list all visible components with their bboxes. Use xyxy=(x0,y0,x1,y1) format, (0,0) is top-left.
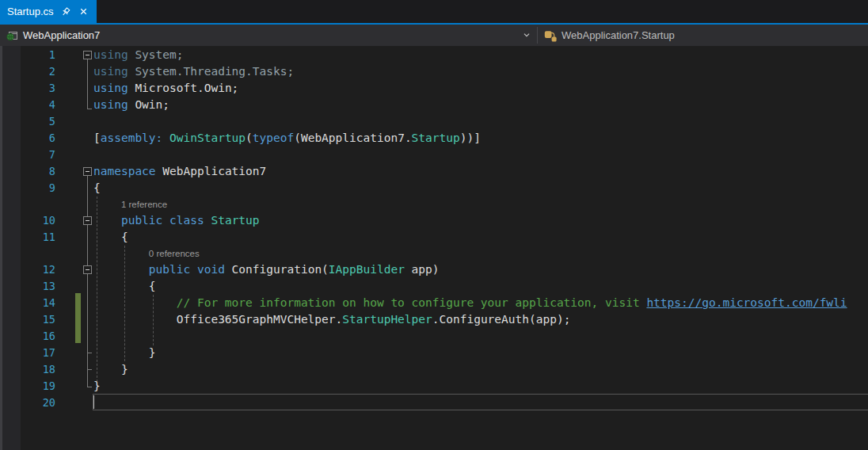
code-token xyxy=(190,263,197,276)
code-token: using xyxy=(93,82,135,94)
navigation-bar: WebApplication7 WebApplication7.Startup xyxy=(0,25,868,46)
code-token: OwinStartup xyxy=(169,132,246,144)
code-line[interactable]: 5 xyxy=(0,113,868,130)
code-token: { xyxy=(93,181,101,194)
code-token: Configuration( xyxy=(225,263,329,276)
code-text[interactable]: } xyxy=(93,378,101,395)
code-text[interactable]: [assembly: OwinStartup(typeof(WebApplica… xyxy=(93,130,481,147)
line-number: 10 xyxy=(0,212,55,229)
code-line[interactable]: 19} xyxy=(0,378,868,395)
line-number: 13 xyxy=(0,278,55,295)
code-line[interactable]: 14 // For more information on how to con… xyxy=(0,295,868,311)
code-line[interactable]: 1using System; xyxy=(0,47,868,63)
code-text[interactable]: Office365GraphMVCHelper.StartupHelper.Co… xyxy=(93,311,570,328)
line-number: 1 xyxy=(0,47,55,63)
codelens-references[interactable]: 0 references xyxy=(149,246,200,261)
code-token: Startup xyxy=(412,132,460,144)
code-token xyxy=(162,214,169,227)
code-token: namespace xyxy=(93,165,162,177)
code-line[interactable]: 4using Owin; xyxy=(0,97,868,113)
code-line[interactable]: 18 } xyxy=(0,361,868,378)
member-dropdown-label: WebApplication7.Startup xyxy=(562,29,675,41)
code-line[interactable]: 6[assembly: OwinStartup(typeof(WebApplic… xyxy=(0,130,868,147)
codelens-references[interactable]: 1 reference xyxy=(121,196,167,212)
code-line[interactable]: 3using Microsoft.Owin; xyxy=(0,80,868,97)
code-text[interactable]: { xyxy=(93,229,128,246)
code-token: void xyxy=(197,263,225,276)
code-token: ))] xyxy=(460,132,481,144)
code-token: { xyxy=(93,280,156,292)
code-text[interactable]: { xyxy=(93,278,156,295)
pin-icon[interactable] xyxy=(59,6,72,18)
code-text[interactable]: using Owin; xyxy=(93,97,169,113)
code-token: typeof xyxy=(253,132,294,144)
line-number: 12 xyxy=(0,261,55,278)
code-text[interactable]: using System; xyxy=(93,47,184,63)
code-editor[interactable]: 1using System;2using System.Threading.Ta… xyxy=(0,46,868,450)
code-token xyxy=(93,214,121,227)
code-token: using xyxy=(93,48,135,61)
line-number: 6 xyxy=(0,130,55,147)
line-number: 14 xyxy=(0,295,55,311)
code-line[interactable]: 10 public class Startup xyxy=(0,212,868,229)
code-line[interactable]: 9{ xyxy=(0,180,868,196)
member-dropdown[interactable]: WebApplication7.Startup xyxy=(538,25,868,46)
line-number: 16 xyxy=(0,328,55,345)
close-icon[interactable] xyxy=(78,6,90,18)
code-text[interactable]: using Microsoft.Owin; xyxy=(93,80,238,97)
code-text[interactable]: public class Startup xyxy=(93,212,260,229)
code-line[interactable]: 11 { xyxy=(0,229,868,246)
line-number: 15 xyxy=(0,311,55,328)
web-project-icon xyxy=(6,29,18,42)
code-token: using xyxy=(93,65,135,78)
code-token: (WebApplication7. xyxy=(294,132,411,144)
code-token: Owin; xyxy=(135,98,169,111)
code-line[interactable]: 16 xyxy=(0,328,868,345)
code-token: public xyxy=(149,263,190,276)
code-line[interactable]: 20 xyxy=(0,395,868,411)
code-token: IAppBuilder xyxy=(329,263,405,276)
code-line[interactable]: 8namespace WebApplication7 xyxy=(0,163,868,180)
code-text[interactable]: // For more information on how to config… xyxy=(93,295,847,311)
code-token: { xyxy=(93,231,128,243)
code-token: Startup xyxy=(211,214,259,227)
code-text[interactable]: { xyxy=(93,180,101,196)
code-line[interactable]: 15 Office365GraphMVCHelper.StartupHelper… xyxy=(0,311,868,328)
code-token xyxy=(93,263,149,276)
line-number: 9 xyxy=(0,180,55,196)
line-number: 8 xyxy=(0,163,55,180)
code-token: Microsoft.Owin; xyxy=(135,82,238,94)
code-line[interactable]: 17 } xyxy=(0,345,868,361)
line-number: 20 xyxy=(0,395,55,411)
tab-bar: Startup.cs xyxy=(0,0,868,23)
class-icon xyxy=(544,29,557,42)
code-token: } xyxy=(93,379,101,392)
line-number: 4 xyxy=(0,97,55,113)
code-token: using xyxy=(93,98,135,111)
code-text[interactable]: } xyxy=(93,361,128,378)
code-text[interactable]: namespace WebApplication7 xyxy=(93,163,266,180)
line-number: 2 xyxy=(0,63,55,80)
code-text[interactable]: } xyxy=(93,345,156,361)
code-token: assembly: xyxy=(101,132,163,144)
line-number: 5 xyxy=(0,113,55,130)
code-token: StartupHelper xyxy=(342,313,432,326)
code-line[interactable]: 13 { xyxy=(0,278,868,295)
comment-hyperlink[interactable]: https://go.microsoft.com/fwli xyxy=(646,296,847,309)
code-line[interactable]: 2using System.Threading.Tasks; xyxy=(0,63,868,80)
code-token: } xyxy=(93,346,156,359)
code-line[interactable]: 7 xyxy=(0,147,868,163)
code-token: class xyxy=(169,214,204,227)
chevron-down-icon[interactable] xyxy=(521,29,532,40)
tab-startup-cs[interactable]: Startup.cs xyxy=(0,0,97,23)
code-line[interactable]: 12 public void Configuration(IAppBuilder… xyxy=(0,261,868,278)
code-text[interactable]: public void Configuration(IAppBuilder ap… xyxy=(93,261,440,278)
code-token: // For more information on how to config… xyxy=(93,296,646,309)
code-token: public xyxy=(121,214,162,227)
code-token: app) xyxy=(405,263,440,276)
project-dropdown[interactable]: WebApplication7 xyxy=(0,25,537,46)
code-token: ( xyxy=(246,132,253,144)
line-number: 11 xyxy=(0,229,55,246)
code-text[interactable]: using System.Threading.Tasks; xyxy=(93,63,294,80)
code-token: System.Threading.Tasks; xyxy=(135,65,294,78)
